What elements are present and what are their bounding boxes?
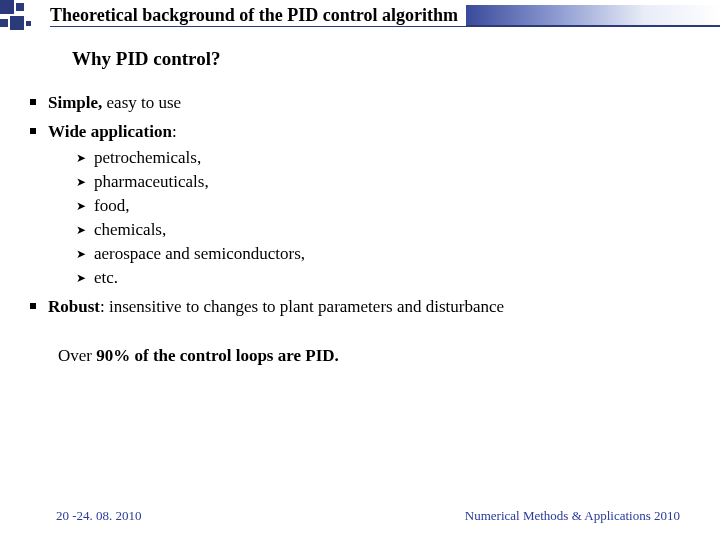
bullet-list: Simple, easy to use Wide application: pe…: [30, 92, 720, 318]
bullet-lead: Wide application: [48, 122, 172, 141]
bullet-rest: easy to use: [107, 93, 182, 112]
sub-item: food,: [76, 195, 720, 218]
slide-body: Simple, easy to use Wide application: pe…: [30, 92, 720, 318]
statement: Over 90% of the control loops are PID.: [58, 346, 720, 366]
footer-event: Numerical Methods & Applications 2010: [465, 508, 680, 524]
sub-item: aerospace and semiconductors,: [76, 243, 720, 266]
title-underline: [50, 26, 720, 27]
footer-date: 20 -24. 08. 2010: [56, 508, 142, 524]
slide-subtitle: Why PID control?: [72, 48, 720, 70]
title-ornament: [0, 1, 48, 29]
sub-item: chemicals,: [76, 219, 720, 242]
sub-item: etc.: [76, 267, 720, 290]
slide: Theoretical background of the PID contro…: [0, 0, 720, 540]
bullet-rest: : insensitive to changes to plant parame…: [100, 297, 504, 316]
sub-item: pharmaceuticals,: [76, 171, 720, 194]
bullet-item: Robust: insensitive to changes to plant …: [30, 296, 720, 319]
bullet-item: Simple, easy to use: [30, 92, 720, 115]
bullet-lead: Simple,: [48, 93, 107, 112]
footer: 20 -24. 08. 2010 Numerical Methods & App…: [0, 508, 720, 524]
sub-item: petrochemicals,: [76, 147, 720, 170]
bullet-lead: Robust: [48, 297, 100, 316]
statement-pre: Over: [58, 346, 96, 365]
statement-highlight: 90% of the control loops are PID.: [96, 346, 339, 365]
title-gradient: [466, 5, 720, 25]
bullet-item: Wide application: petrochemicals, pharma…: [30, 121, 720, 290]
title-bar: Theoretical background of the PID contro…: [0, 0, 720, 30]
sub-list: petrochemicals, pharmaceuticals, food, c…: [76, 147, 720, 290]
slide-title: Theoretical background of the PID contro…: [48, 5, 466, 26]
bullet-rest: :: [172, 122, 177, 141]
